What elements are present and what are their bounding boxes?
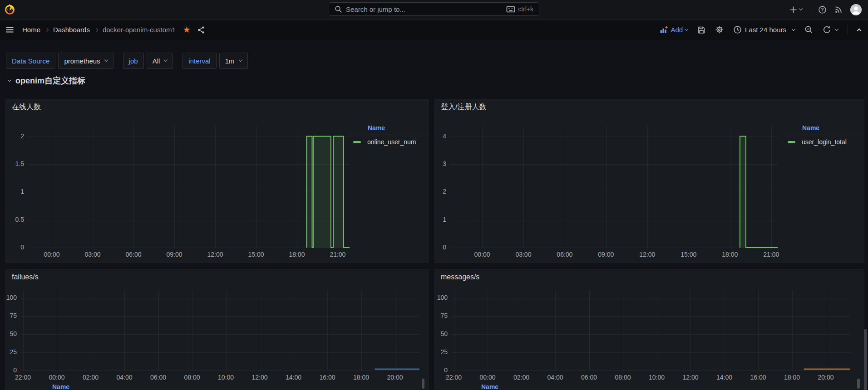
topbar-right-actions: ?	[789, 0, 862, 19]
top-bar: Search or jump to... ctrl+k ?	[0, 0, 868, 20]
gridline-horizontal	[451, 370, 850, 371]
chart-plot[interactable]: 0123400:0003:0006:0009:0012:0015:0018:00…	[450, 125, 778, 248]
zoom-out-icon	[804, 25, 813, 34]
variable-interval: interval 1m	[182, 53, 247, 69]
legend-header[interactable]: Name	[52, 383, 69, 390]
favorite-star-button[interactable]: ★	[183, 25, 191, 34]
panel-messages-rate: messages/s 025507510022:0000:0002:0004:0…	[434, 269, 864, 390]
chevron-down-icon	[792, 27, 795, 30]
new-menu-button[interactable]	[789, 6, 802, 14]
chevron-down-icon	[238, 58, 242, 62]
panel-title[interactable]: messages/s	[441, 273, 479, 281]
refresh-dashboard-button[interactable]	[823, 25, 838, 34]
x-tick-label: 18:00	[778, 374, 807, 381]
help-icon: ?	[818, 5, 827, 14]
time-range-picker[interactable]: Last 24 hours	[733, 25, 795, 34]
y-tick-label: 75	[426, 312, 448, 319]
news-button[interactable]	[834, 5, 843, 14]
row-section-header[interactable]: openim自定义指标	[8, 75, 85, 86]
chevron-down-icon	[835, 27, 838, 30]
y-tick-label: 0	[0, 366, 17, 374]
chevron-down-icon	[164, 58, 168, 62]
keyboard-icon	[506, 6, 515, 13]
panel-title[interactable]: failues/s	[12, 273, 39, 281]
x-tick-label: 09:00	[160, 251, 189, 258]
user-profile-button[interactable]	[850, 4, 862, 15]
variable-datasource: Data Source prometheus	[6, 53, 113, 69]
chart-series	[451, 291, 850, 370]
chevron-down-icon	[104, 58, 108, 62]
mega-menu-toggle[interactable]	[5, 26, 14, 34]
x-tick-label: 15:00	[674, 251, 703, 258]
x-tick-label: 00:00	[42, 374, 71, 381]
svg-text:?: ?	[821, 7, 824, 12]
page-scrollbar[interactable]	[864, 329, 867, 390]
divider	[810, 5, 810, 15]
variable-job-select[interactable]: All	[147, 53, 173, 69]
save-dashboard-button[interactable]	[697, 26, 705, 34]
panel-scrollbar[interactable]	[857, 379, 860, 389]
x-tick-label: 04:00	[541, 374, 570, 381]
share-dashboard-button[interactable]	[197, 26, 205, 34]
search-shortcut: ctrl+k	[506, 5, 533, 13]
legend-item[interactable]: online_user_num	[348, 135, 429, 149]
variable-value: All	[153, 57, 160, 65]
x-tick-label: 06:00	[144, 374, 173, 381]
chart-plot[interactable]: 00.511.5200:0003:0006:0009:0012:0015:001…	[28, 125, 350, 248]
dashboard-settings-button[interactable]	[715, 25, 724, 34]
y-tick-label: 0.5	[2, 216, 24, 223]
x-tick-label: 15:00	[242, 251, 271, 258]
x-tick-label: 16:00	[313, 374, 342, 381]
variable-label: Data Source	[6, 53, 55, 69]
x-tick-label: 16:00	[744, 374, 773, 381]
variable-value: 1m	[225, 57, 235, 65]
dashboard-toolbar: Home Dashboards docker-openim-custom1 ★	[0, 20, 868, 40]
breadcrumb-home[interactable]: Home	[22, 26, 40, 34]
variable-datasource-select[interactable]: prometheus	[58, 53, 113, 69]
chart-plot[interactable]: 025507510022:0000:0002:0004:0006:0008:00…	[20, 291, 419, 370]
legend-header[interactable]: Name	[348, 123, 429, 135]
x-tick-label: 06:00	[550, 251, 579, 258]
y-tick-label: 1.5	[2, 160, 24, 167]
add-panel-button[interactable]: Add	[660, 26, 688, 34]
collapse-toolbar-button[interactable]	[858, 27, 861, 32]
add-panel-icon	[660, 26, 668, 34]
grafana-logo-button[interactable]	[5, 4, 15, 15]
chart-series	[20, 291, 419, 370]
panel-scrollbar[interactable]	[422, 379, 424, 389]
y-tick-label: 25	[426, 348, 448, 356]
y-tick-label: 0	[2, 244, 24, 251]
search-icon	[335, 5, 342, 13]
breadcrumb-dashboards[interactable]: Dashboards	[53, 26, 90, 34]
chart-plot[interactable]: 025507510022:0000:0002:0004:0006:0008:00…	[451, 291, 850, 370]
variable-interval-select[interactable]: 1m	[219, 53, 248, 69]
grafana-logo-icon	[5, 4, 15, 15]
panel-title[interactable]: 登入/注册人数	[441, 102, 486, 112]
x-tick-label: 12:00	[245, 374, 274, 381]
legend-header[interactable]: Name	[481, 383, 498, 390]
breadcrumb-separator-icon	[45, 28, 49, 32]
y-tick-label: 50	[0, 330, 17, 337]
legend-header[interactable]: Name	[782, 123, 862, 135]
refresh-icon	[823, 25, 831, 34]
y-tick-label: 25	[0, 348, 17, 356]
legend-item[interactable]: user_login_total	[782, 135, 862, 149]
x-tick-label: 02:00	[507, 374, 536, 381]
breadcrumb-current-dashboard: docker-openim-custom1	[103, 26, 176, 34]
gear-icon	[715, 25, 724, 34]
x-tick-label: 04:00	[110, 374, 139, 381]
time-range-label: Last 24 hours	[745, 26, 786, 34]
search-input[interactable]: Search or jump to... ctrl+k	[329, 2, 539, 16]
x-tick-label: 20:00	[811, 374, 840, 381]
panel-online-users: 在线人数 00.511.5200:0003:0006:0009:0012:001…	[5, 99, 429, 263]
x-tick-label: 10:00	[642, 374, 671, 381]
x-tick-label: 20:00	[380, 374, 409, 381]
x-tick-label: 18:00	[347, 374, 376, 381]
x-tick-label: 03:00	[509, 251, 538, 258]
x-tick-label: 06:00	[575, 374, 604, 381]
help-button[interactable]: ?	[818, 5, 827, 14]
zoom-out-time-button[interactable]	[804, 25, 813, 34]
gridline-horizontal	[450, 248, 778, 248]
panel-title[interactable]: 在线人数	[12, 102, 41, 112]
x-tick-label: 21:00	[323, 251, 352, 258]
